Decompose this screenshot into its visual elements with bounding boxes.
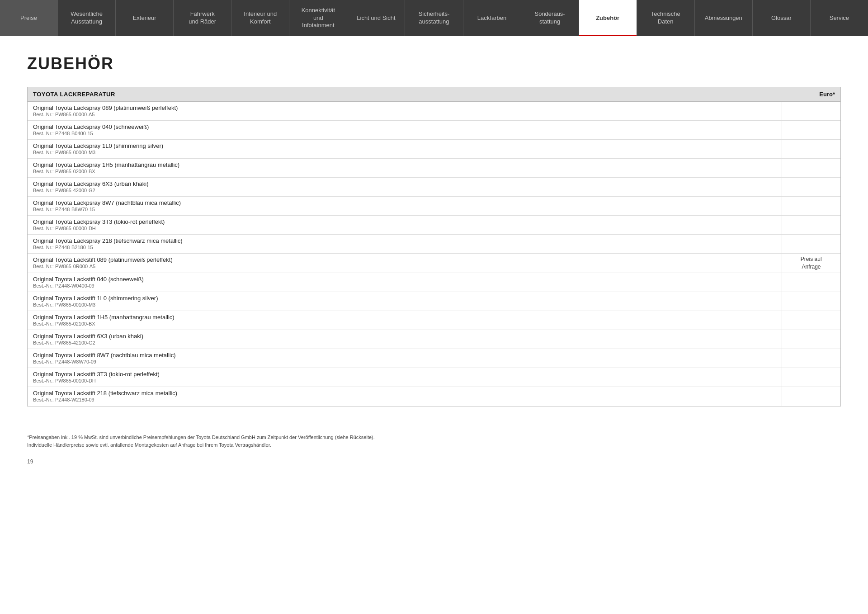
nav-item-fahrwerk-und-raeder[interactable]: Fahrwerkund Räder bbox=[174, 0, 231, 36]
price-cell bbox=[782, 121, 840, 139]
preis-auf-anfrage: Preis aufAnfrage bbox=[801, 255, 822, 271]
page-content: ZUBEHÖR TOYOTA LACKREPARATUR Euro* Origi… bbox=[0, 36, 868, 492]
nav-item-service[interactable]: Service bbox=[811, 0, 868, 36]
table-row: Original Toyota Lackstift 6X3 (urban kha… bbox=[28, 330, 840, 349]
navigation: PreiseWesentlicheAusstattungExterieurFah… bbox=[0, 0, 868, 36]
price-cell: Preis aufAnfrage bbox=[782, 254, 840, 273]
nav-item-sonderausstattung[interactable]: Sonderaus-stattung bbox=[521, 0, 579, 36]
page-title: ZUBEHÖR bbox=[27, 54, 841, 73]
product-name: Original Toyota Lackstift 089 (platinumw… bbox=[33, 256, 776, 263]
price-cell bbox=[782, 387, 840, 406]
nav-item-zubehoer[interactable]: Zubehör bbox=[579, 0, 637, 36]
table-row: Original Toyota Lackpsray 8W7 (nachtblau… bbox=[28, 197, 840, 216]
price-column-header: Euro* bbox=[776, 91, 835, 98]
product-name: Original Toyota Lackstift 8W7 (nachtblau… bbox=[33, 352, 776, 359]
product-nr: Best.-Nr.: PW865-00000-DH bbox=[33, 226, 776, 231]
price-cell bbox=[782, 311, 840, 330]
product-name: Original Toyota Lackspray 218 (tiefschwa… bbox=[33, 237, 776, 244]
product-nr: Best.-Nr.: PW865-42100-G2 bbox=[33, 340, 776, 345]
product-table: TOYOTA LACKREPARATUR Euro* Original Toyo… bbox=[27, 87, 841, 406]
price-cell bbox=[782, 235, 840, 253]
product-nr: Best.-Nr.: PW865-02100-BX bbox=[33, 321, 776, 326]
price-cell bbox=[782, 273, 840, 292]
product-nr: Best.-Nr.: PZ448-W2180-09 bbox=[33, 397, 776, 402]
product-nr: Best.-Nr.: PW865-00100-M3 bbox=[33, 302, 776, 307]
product-name: Original Toyota Lackspray 1H5 (manhattan… bbox=[33, 161, 776, 168]
table-row: Original Toyota Lackstift 218 (tiefschwa… bbox=[28, 387, 840, 406]
table-row: Original Toyota Lackstift 040 (schneewei… bbox=[28, 273, 840, 292]
product-nr: Best.-Nr.: PW865-00000-M3 bbox=[33, 150, 776, 155]
nav-item-preise[interactable]: Preise bbox=[0, 0, 58, 36]
nav-item-exterieur[interactable]: Exterieur bbox=[116, 0, 174, 36]
page-number: 19 bbox=[27, 458, 841, 465]
nav-item-technische-daten[interactable]: TechnischeDaten bbox=[637, 0, 695, 36]
product-name: Original Toyota Lackstift 3T3 (tokio-rot… bbox=[33, 371, 776, 378]
table-row: Original Toyota Lackspray 089 (platinumw… bbox=[28, 102, 840, 121]
footer-note-1: *Preisangaben inkl. 19 % MwSt. sind unve… bbox=[27, 434, 841, 442]
price-cell bbox=[782, 140, 840, 158]
nav-item-abmessungen[interactable]: Abmessungen bbox=[695, 0, 753, 36]
product-name: Original Toyota Lackspray 089 (platinumw… bbox=[33, 104, 776, 111]
price-cell bbox=[782, 159, 840, 177]
footer-note-2: Individuelle Händlerpreise sowie evtl. a… bbox=[27, 441, 841, 449]
product-name: Original Toyota Lackstift 1H5 (manhattan… bbox=[33, 314, 776, 321]
product-nr: Best.-Nr.: PZ448-B0400-15 bbox=[33, 131, 776, 136]
price-cell bbox=[782, 102, 840, 120]
product-nr: Best.-Nr.: PZ448-B2180-15 bbox=[33, 245, 776, 250]
nav-item-glossar[interactable]: Glossar bbox=[753, 0, 811, 36]
nav-item-lackfarben[interactable]: Lackfarben bbox=[463, 0, 521, 36]
product-name: Original Toyota Lackspray 1L0 (shimmerin… bbox=[33, 142, 776, 149]
price-cell bbox=[782, 368, 840, 387]
table-row: Original Toyota Lackspray 6X3 (urban kha… bbox=[28, 178, 840, 197]
product-nr: Best.-Nr.: PW865-0R000-A5 bbox=[33, 264, 776, 269]
table-row: Original Toyota Lackspray 1L0 (shimmerin… bbox=[28, 140, 840, 159]
table-row: Original Toyota Lackstift 1L0 (shimmerin… bbox=[28, 292, 840, 311]
nav-item-interieur-und-komfort[interactable]: Interieur undKomfort bbox=[231, 0, 289, 36]
product-name: Original Toyota Lackstift 218 (tiefschwa… bbox=[33, 390, 776, 397]
nav-item-sicherheitsausstattung[interactable]: Sicherheits-ausstattung bbox=[405, 0, 463, 36]
product-nr: Best.-Nr.: PW865-02000-BX bbox=[33, 169, 776, 174]
price-cell bbox=[782, 292, 840, 311]
section-title: TOYOTA LACKREPARATUR bbox=[33, 91, 776, 98]
product-nr: Best.-Nr.: PW865-00100-DH bbox=[33, 378, 776, 383]
table-rows: Original Toyota Lackspray 089 (platinumw… bbox=[28, 102, 840, 406]
product-nr: Best.-Nr.: PZ448-B8W70-15 bbox=[33, 207, 776, 212]
product-name: Original Toyota Lackstift 1L0 (shimmerin… bbox=[33, 295, 776, 302]
table-row: Original Toyota Lackstift 3T3 (tokio-rot… bbox=[28, 368, 840, 387]
product-nr: Best.-Nr.: PW865-42000-G2 bbox=[33, 188, 776, 193]
product-name: Original Toyota Lackpsray 3T3 (tokio-rot… bbox=[33, 218, 776, 225]
price-cell bbox=[782, 330, 840, 349]
product-name: Original Toyota Lackspray 6X3 (urban kha… bbox=[33, 180, 776, 187]
product-name: Original Toyota Lackstift 6X3 (urban kha… bbox=[33, 333, 776, 340]
nav-item-licht-und-sicht[interactable]: Licht und Sicht bbox=[347, 0, 405, 36]
table-row: Original Toyota Lackstift 089 (platinumw… bbox=[28, 254, 840, 273]
price-cell bbox=[782, 197, 840, 215]
price-cell bbox=[782, 216, 840, 234]
table-row: Original Toyota Lackpsray 3T3 (tokio-rot… bbox=[28, 216, 840, 235]
table-row: Original Toyota Lackspray 218 (tiefschwa… bbox=[28, 235, 840, 254]
product-name: Original Toyota Lackspray 040 (schneewei… bbox=[33, 123, 776, 130]
table-row: Original Toyota Lackspray 1H5 (manhattan… bbox=[28, 159, 840, 178]
footer-note: *Preisangaben inkl. 19 % MwSt. sind unve… bbox=[27, 434, 841, 449]
product-nr: Best.-Nr.: PZ448-W0400-09 bbox=[33, 283, 776, 288]
price-cell bbox=[782, 178, 840, 196]
table-row: Original Toyota Lackstift 1H5 (manhattan… bbox=[28, 311, 840, 330]
product-name: Original Toyota Lackpsray 8W7 (nachtblau… bbox=[33, 199, 776, 206]
table-header: TOYOTA LACKREPARATUR Euro* bbox=[28, 87, 840, 102]
table-row: Original Toyota Lackstift 8W7 (nachtblau… bbox=[28, 349, 840, 368]
price-cell bbox=[782, 349, 840, 368]
nav-item-wesentliche-ausstattung[interactable]: WesentlicheAusstattung bbox=[58, 0, 116, 36]
product-name: Original Toyota Lackstift 040 (schneewei… bbox=[33, 276, 776, 283]
nav-item-konnektivitaet-und-infotainment[interactable]: KonnektivitätundInfotainment bbox=[289, 0, 347, 36]
product-nr: Best.-Nr.: PW865-00000-A5 bbox=[33, 112, 776, 117]
product-nr: Best.-Nr.: PZ448-W8W70-09 bbox=[33, 359, 776, 364]
table-row: Original Toyota Lackspray 040 (schneewei… bbox=[28, 121, 840, 140]
